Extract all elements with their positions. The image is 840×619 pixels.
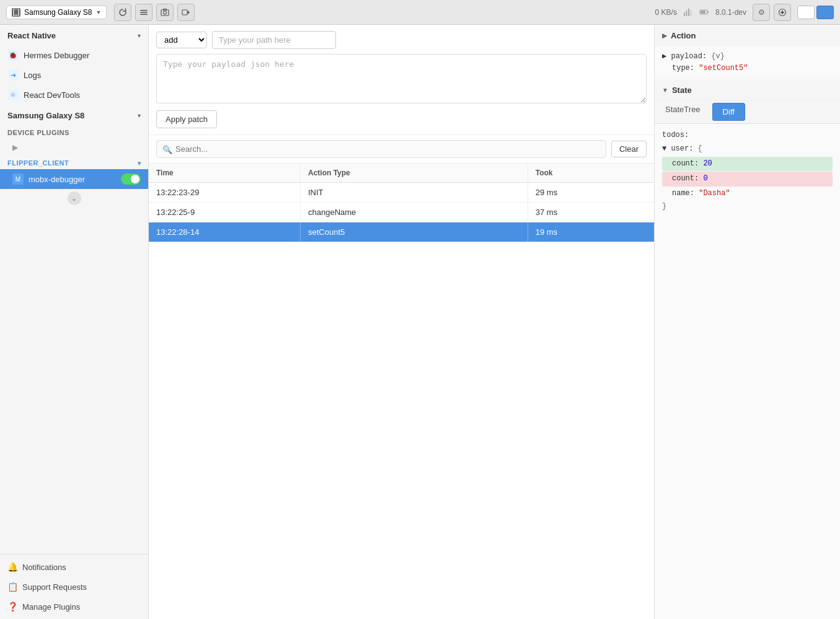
notifications-label: Notifications xyxy=(22,563,66,572)
react-native-chevron: ▾ xyxy=(138,32,141,39)
refresh-button[interactable] xyxy=(114,4,131,21)
hermes-label: Hermes Debugger xyxy=(24,51,89,60)
sidebar-bottom: 🔔 Notifications 📋 Support Requests ❓ Man… xyxy=(0,554,148,619)
flipper-client-label[interactable]: FLIPPER_CLIENT ▾ xyxy=(0,156,148,169)
search-wrap: 🔍 xyxy=(156,140,606,158)
cell-time-1: 13:22:25-9 xyxy=(149,203,301,222)
flipper-client-chevron: ▾ xyxy=(138,160,141,167)
device-plugins-label: DEVICE PLUGINS xyxy=(0,125,148,139)
doctor-button[interactable] xyxy=(774,4,791,21)
sidebar-item-react-devtools[interactable]: ⚛ React DevTools xyxy=(0,85,148,105)
layout-split[interactable] xyxy=(816,6,834,19)
search-icon: 🔍 xyxy=(162,144,172,154)
table-row[interactable]: 13:22:25-9changeName37 ms xyxy=(149,203,654,222)
count-removed-line: count: 0 xyxy=(662,172,833,187)
add-select[interactable]: add remove replace move copy test xyxy=(156,32,207,48)
svg-rect-3 xyxy=(140,12,148,13)
payload-textarea[interactable] xyxy=(156,54,647,103)
react-native-section-header[interactable]: React Native ▾ xyxy=(0,25,148,45)
layout-icons xyxy=(797,6,834,19)
state-label: State xyxy=(672,86,692,95)
mobx-icon: M xyxy=(12,173,24,185)
state-section-header[interactable]: ▼ State xyxy=(655,79,840,100)
manage-label: Manage Plugins xyxy=(22,602,80,612)
add-row: add remove replace move copy test xyxy=(156,31,647,49)
cell-took-1: 37 ms xyxy=(528,203,654,222)
sidebar-item-notifications[interactable]: 🔔 Notifications xyxy=(0,557,148,577)
react-native-label: React Native xyxy=(7,31,56,40)
todos-line: todos: xyxy=(662,129,833,143)
device-section-header[interactable]: Samsung Galaxy S8 ▾ xyxy=(0,105,148,125)
devtools-icon: ⚛ xyxy=(7,89,19,100)
table-row[interactable]: 13:22:28-14setCount519 ms xyxy=(149,222,654,242)
svg-rect-15 xyxy=(707,11,709,13)
settings-button[interactable]: ⚙ xyxy=(753,4,770,21)
device-selector[interactable]: Samsung Galaxy S8 ▼ xyxy=(6,6,107,19)
action-content: ▶ payload: {v} type: "setCount5" xyxy=(655,46,840,79)
dropdown-arrow: ▼ xyxy=(95,9,101,15)
notifications-icon: 🔔 xyxy=(7,562,17,572)
sidebar-item-support-requests[interactable]: 📋 Support Requests xyxy=(0,577,148,597)
action-table: Time Action Type Took 13:22:23-29INIT29 … xyxy=(149,164,654,242)
right-panel: ▶ Action ▶ payload: {v} type: "setCount5… xyxy=(654,25,840,619)
state-diff-content: todos: ▼ user: { count: 20 count: 0 name… xyxy=(655,124,840,219)
device-plugins-expand[interactable]: ▶ xyxy=(0,139,148,156)
toggle-knob xyxy=(131,175,139,183)
sidebar-item-logs[interactable]: ➜ Logs xyxy=(0,65,148,85)
device-icon xyxy=(12,8,20,17)
version-label: 8.0.1-dev xyxy=(715,8,746,17)
expand-row[interactable]: ⌄ xyxy=(0,189,148,208)
sidebar-item-hermes-debugger[interactable]: 🐞 Hermes Debugger xyxy=(0,45,148,65)
screenshot-button[interactable] xyxy=(156,4,174,21)
svg-rect-5 xyxy=(161,10,169,15)
layout-single[interactable] xyxy=(797,6,815,19)
content-top: add remove replace move copy test Apply … xyxy=(149,25,654,135)
svg-rect-12 xyxy=(688,9,689,16)
record-button[interactable] xyxy=(177,4,195,21)
cell-took-2: 19 ms xyxy=(528,222,654,242)
tab-state-tree[interactable]: StateTree xyxy=(655,100,711,123)
logs-label: Logs xyxy=(24,71,41,80)
battery-icon xyxy=(699,7,709,17)
search-row: 🔍 Clear xyxy=(149,135,654,164)
svg-rect-10 xyxy=(684,12,685,16)
cell-action-0: INIT xyxy=(301,183,528,203)
sidebar-item-manage-plugins[interactable]: ❓ Manage Plugins xyxy=(0,597,148,617)
hermes-icon: 🐞 xyxy=(7,50,19,61)
col-header-took: Took xyxy=(528,164,654,183)
action-line2: type: "setCount5" xyxy=(662,63,833,74)
path-input[interactable] xyxy=(212,31,336,49)
svg-rect-2 xyxy=(140,10,148,11)
main-layout: React Native ▾ 🐞 Hermes Debugger ➜ Logs … xyxy=(0,25,840,619)
name-line: name: "Dasha" xyxy=(662,187,833,201)
table-row[interactable]: 13:22:23-29INIT29 ms xyxy=(149,183,654,203)
svg-rect-8 xyxy=(182,10,187,15)
sidebar: React Native ▾ 🐞 Hermes Debugger ➜ Logs … xyxy=(0,25,149,619)
top-bar-right: 0 KB/s 8.0.1-dev ⚙ xyxy=(655,4,834,21)
state-arrow: ▼ xyxy=(662,87,668,94)
action-table-container: Time Action Type Took 13:22:23-29INIT29 … xyxy=(149,164,654,619)
svg-rect-1 xyxy=(15,14,17,15)
clear-button[interactable]: Clear xyxy=(611,141,647,157)
top-bar: Samsung Galaxy S8 ▼ 0 KB/s 8.0.1-dev ⚙ xyxy=(0,0,840,25)
count-added-line: count: 20 xyxy=(662,157,833,172)
expand-circle: ⌄ xyxy=(68,191,81,205)
action-section-header[interactable]: ▶ Action xyxy=(655,25,840,46)
menu-button[interactable] xyxy=(135,4,153,21)
cell-action-2: setCount5 xyxy=(301,222,528,242)
mobx-label: mobx-debugger xyxy=(29,175,116,184)
support-label: Support Requests xyxy=(22,582,87,592)
manage-icon: ❓ xyxy=(7,602,17,612)
svg-rect-11 xyxy=(686,11,687,16)
tab-diff[interactable]: Diff xyxy=(712,103,745,121)
apply-patch-button[interactable]: Apply patch xyxy=(156,110,217,128)
mobx-toggle[interactable] xyxy=(121,173,141,185)
mobx-debugger-item[interactable]: M mobx-debugger xyxy=(0,169,148,189)
cell-time-2: 13:22:28-14 xyxy=(149,222,301,242)
logs-icon: ➜ xyxy=(7,69,19,81)
cell-action-1: changeName xyxy=(301,203,528,222)
action-label: Action xyxy=(671,31,696,40)
state-tabs: StateTree Diff xyxy=(655,100,840,124)
search-input[interactable] xyxy=(156,140,606,158)
table-header-row: Time Action Type Took xyxy=(149,164,654,183)
